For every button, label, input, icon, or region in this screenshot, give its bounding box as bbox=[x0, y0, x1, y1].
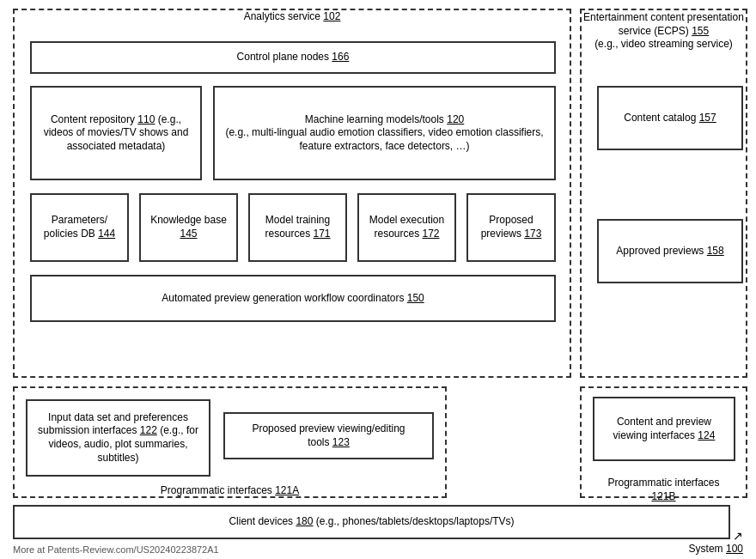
input-data-ref: 122 bbox=[140, 424, 157, 436]
params-box: Parameters/ policies DB 144 bbox=[30, 193, 129, 262]
proposed-prev-ref: 173 bbox=[524, 228, 541, 240]
control-plane-text: Control plane nodes bbox=[237, 51, 329, 63]
ecps-sublabel: (e.g., video streaming service) bbox=[594, 38, 733, 50]
ml-models-box: Machine learning models/tools 120 (e.g.,… bbox=[213, 86, 556, 180]
input-data-box: Input data set and preferences submissio… bbox=[26, 399, 210, 477]
prog-b-text: Programmatic interfaces 121B bbox=[607, 477, 719, 502]
control-plane-box: Control plane nodes 166 bbox=[30, 41, 556, 74]
content-viewing-box: Content and preview viewing interfaces 1… bbox=[593, 397, 735, 461]
proposed-tools-box: Proposed preview viewing/editing tools 1… bbox=[223, 412, 434, 459]
ecps-text: Entertainment content presentation servi… bbox=[583, 11, 744, 50]
footer-url: More at Patents-Review.com/US20240223872… bbox=[13, 544, 219, 555]
ml-models-label: Machine learning models/tools 120 (e.g.,… bbox=[222, 113, 547, 154]
params-ref: 144 bbox=[98, 228, 115, 240]
content-repo-box: Content repository 110 (e.g., videos of … bbox=[30, 86, 202, 180]
control-plane-label: Control plane nodes 166 bbox=[237, 51, 350, 64]
client-text: Client devices bbox=[229, 515, 293, 527]
content-repo-ref: 110 bbox=[137, 113, 155, 125]
model-training-box: Model training resources 171 bbox=[248, 193, 347, 262]
model-exec-box: Model execution resources 172 bbox=[357, 193, 456, 262]
model-training-ref: 171 bbox=[314, 228, 331, 240]
client-devices-box: Client devices 180 (e.g., phones/tablets… bbox=[13, 505, 730, 539]
system-text: System bbox=[689, 543, 723, 555]
client-ref: 180 bbox=[296, 515, 313, 527]
proposed-previews-inner-box: Proposed previews 173 bbox=[466, 193, 556, 262]
workflow-ref: 150 bbox=[407, 292, 424, 304]
approved-prev-ref: 158 bbox=[707, 245, 724, 257]
workflow-label: Automated preview generation workflow co… bbox=[162, 292, 424, 306]
client-label: Client devices 180 (e.g., phones/tablets… bbox=[229, 515, 514, 529]
knowledge-text: Knowledge base bbox=[150, 214, 227, 226]
control-plane-ref: 166 bbox=[332, 51, 349, 63]
model-training-label: Model training resources 171 bbox=[255, 214, 340, 240]
ecps-box bbox=[580, 9, 747, 378]
system-ref: 100 bbox=[726, 543, 743, 555]
prog-interfaces-a-label: Programmatic interfaces 121A bbox=[13, 484, 447, 498]
prog-interfaces-b-label: Programmatic interfaces 121B bbox=[580, 477, 747, 503]
knowledge-ref: 145 bbox=[180, 228, 197, 240]
approved-prev-text: Approved previews bbox=[616, 245, 704, 257]
analytics-label: Analytics service 102 bbox=[13, 10, 571, 24]
prog-b-ref: 121B bbox=[651, 490, 675, 502]
analytics-ref: 102 bbox=[323, 10, 340, 22]
model-exec-ref: 172 bbox=[423, 228, 440, 240]
params-label: Parameters/ policies DB 144 bbox=[37, 214, 122, 240]
prog-a-text: Programmatic interfaces 121A bbox=[161, 484, 299, 496]
input-data-label: Input data set and preferences submissio… bbox=[34, 411, 202, 465]
proposed-tools-label: Proposed preview viewing/editing tools 1… bbox=[232, 422, 425, 449]
content-catalog-box: Content catalog 157 bbox=[597, 86, 743, 150]
arrow-icon: ↗ bbox=[733, 529, 743, 543]
prog-a-ref: 121A bbox=[275, 484, 299, 496]
content-repo-text: Content repository bbox=[51, 113, 135, 125]
approved-prev-label: Approved previews 158 bbox=[616, 245, 723, 258]
content-catalog-ref: 157 bbox=[699, 112, 716, 124]
approved-previews-box: Approved previews 158 bbox=[597, 219, 743, 283]
content-viewing-ref: 124 bbox=[698, 429, 715, 441]
proposed-tools-text: Proposed preview viewing/editing tools bbox=[252, 422, 405, 448]
knowledge-base-box: Knowledge base 145 bbox=[139, 193, 238, 262]
model-exec-label: Model execution resources 172 bbox=[364, 214, 449, 240]
workflow-box: Automated preview generation workflow co… bbox=[30, 275, 556, 322]
content-catalog-text: Content catalog bbox=[624, 112, 696, 124]
content-repo-label: Content repository 110 (e.g., videos of … bbox=[39, 113, 193, 154]
prog-b-name: Programmatic interfaces bbox=[607, 477, 719, 489]
footer-text: More at Patents-Review.com/US20240223872… bbox=[13, 544, 219, 555]
client-sublabel: (e.g., phones/tablets/desktops/laptops/T… bbox=[316, 515, 515, 527]
ml-models-ref: 120 bbox=[447, 113, 464, 125]
system-label: ↗ System 100 bbox=[689, 529, 743, 555]
content-viewing-label: Content and preview viewing interfaces 1… bbox=[601, 416, 727, 442]
analytics-text: Analytics service 102 bbox=[244, 10, 341, 22]
analytics-name: Analytics service bbox=[244, 10, 320, 22]
content-viewing-text: Content and preview viewing interfaces bbox=[613, 416, 711, 441]
knowledge-label: Knowledge base 145 bbox=[150, 214, 227, 240]
proposed-prev-label: Proposed previews 173 bbox=[473, 214, 549, 240]
content-catalog-label: Content catalog 157 bbox=[624, 112, 716, 125]
prog-a-name: Programmatic interfaces bbox=[161, 484, 272, 496]
workflow-text: Automated preview generation workflow co… bbox=[162, 292, 404, 304]
ml-models-sublabel: (e.g., multi-lingual audio emotion class… bbox=[225, 126, 543, 152]
proposed-tools-ref: 123 bbox=[332, 436, 350, 448]
ecps-ref: 155 bbox=[692, 25, 709, 37]
ecps-label: Entertainment content presentation servi… bbox=[580, 11, 747, 52]
ml-models-text: Machine learning models/tools bbox=[305, 113, 444, 125]
ecps-name: Entertainment content presentation servi… bbox=[583, 11, 744, 37]
